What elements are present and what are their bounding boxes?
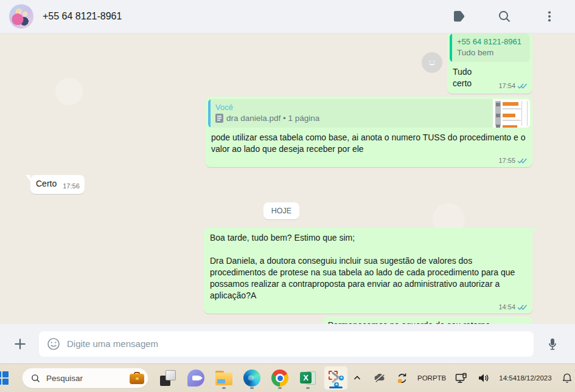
message-row: Você dra daniela.pdf • 1 página bbox=[30, 97, 532, 167]
quoted-document[interactable]: Você dra daniela.pdf • 1 página bbox=[208, 99, 530, 128]
message-text: Boa tarde, tudo bem? Estimo que sim; Dra… bbox=[210, 233, 517, 300]
message-bubble[interactable]: +55 64 8121-8961 Tudo bem Tudo certo 17:… bbox=[447, 33, 532, 94]
message-time: 14:54 bbox=[498, 303, 515, 311]
search-icon[interactable] bbox=[492, 4, 517, 29]
message-bubble[interactable]: Você dra daniela.pdf • 1 página bbox=[206, 97, 532, 167]
read-receipt-icon bbox=[517, 304, 528, 311]
quote-sender: +55 64 8121-8961 bbox=[457, 37, 524, 46]
task-view-button[interactable] bbox=[156, 366, 180, 390]
react-emoji-button[interactable] bbox=[422, 52, 442, 73]
edge-button[interactable] bbox=[240, 366, 264, 390]
emoji-icon[interactable] bbox=[46, 337, 61, 351]
contact-avatar[interactable] bbox=[9, 4, 33, 29]
label-icon[interactable] bbox=[447, 4, 472, 29]
message-input-pill[interactable] bbox=[39, 331, 534, 357]
system-tray: POR PTB 14:54 18/12/2023 bbox=[348, 366, 575, 390]
date-divider-row: HOJE bbox=[30, 202, 532, 219]
message-bubble[interactable]: Permanecemos no aguardo de seu retorno. … bbox=[322, 317, 532, 324]
message-input[interactable] bbox=[67, 339, 526, 349]
search-icon bbox=[30, 373, 41, 383]
edge-icon bbox=[243, 370, 260, 387]
speaker-icon[interactable] bbox=[475, 366, 493, 390]
attach-plus-icon[interactable] bbox=[9, 332, 32, 356]
message-text: Tudo certo bbox=[453, 66, 492, 89]
notification-bell-icon[interactable] bbox=[558, 366, 575, 390]
start-button[interactable] bbox=[0, 368, 12, 388]
message-row: Boa tarde, tudo bem? Estimo que sim; Dra… bbox=[30, 228, 532, 314]
message-bubble[interactable]: Boa tarde, tudo bem? Estimo que sim; Dra… bbox=[204, 228, 532, 314]
taskbar-apps: X ++ bbox=[156, 366, 348, 390]
search-placeholder: Pesquisar bbox=[46, 374, 124, 383]
search-highlight-briefcase-icon bbox=[129, 371, 145, 385]
quoted-message[interactable]: +55 64 8121-8961 Tudo bem bbox=[450, 33, 530, 62]
tray-date: 18/12/2023 bbox=[517, 374, 552, 383]
whatsapp-window: +55 64 8121-8961 bbox=[0, 0, 575, 392]
language-line1: POR bbox=[417, 374, 433, 382]
windows-taskbar: Pesquisar bbox=[0, 363, 575, 392]
windows-logo-icon bbox=[0, 371, 9, 385]
excel-button[interactable]: X bbox=[296, 366, 320, 390]
pdf-thumbnail[interactable] bbox=[493, 99, 530, 128]
chrome-icon bbox=[271, 370, 288, 387]
chat-app-button[interactable] bbox=[184, 366, 208, 390]
chat-header: +55 64 8121-8961 bbox=[0, 0, 575, 33]
message-row: +55 64 8121-8961 Tudo bem Tudo certo 17:… bbox=[30, 33, 532, 94]
date-divider: HOJE bbox=[263, 202, 299, 219]
tray-time: 14:54 bbox=[499, 374, 517, 383]
sync-update-icon[interactable] bbox=[393, 366, 411, 390]
microphone-icon[interactable] bbox=[541, 332, 564, 356]
chrome-button[interactable] bbox=[268, 366, 292, 390]
message-time: 17:54 bbox=[498, 82, 515, 89]
eject-hardware-icon[interactable] bbox=[452, 366, 470, 390]
quote-text: Tudo bem bbox=[457, 48, 524, 57]
clock-datetime[interactable]: 14:54 18/12/2023 bbox=[497, 366, 553, 390]
tray-chevron-up-icon[interactable] bbox=[348, 366, 366, 390]
snipping-tool-icon: ++ bbox=[328, 370, 344, 386]
language-line2: PTB bbox=[433, 374, 446, 382]
message-composer bbox=[0, 324, 575, 363]
message-row: Certo 17:56 bbox=[30, 175, 532, 194]
message-text: Certo bbox=[36, 178, 57, 190]
message-time: 17:56 bbox=[63, 182, 80, 190]
chat-message-list: +55 64 8121-8961 Tudo bem Tudo certo 17:… bbox=[0, 33, 575, 324]
document-icon bbox=[215, 114, 223, 123]
task-view-icon bbox=[160, 370, 176, 386]
onedrive-paused-icon[interactable] bbox=[371, 366, 389, 390]
file-explorer-button[interactable] bbox=[212, 366, 236, 390]
quote-sender: Você bbox=[215, 103, 487, 112]
kebab-menu-icon[interactable] bbox=[537, 4, 562, 29]
message-text: pode utilizar essa tabela como base, ai … bbox=[211, 132, 528, 154]
message-time: 17:55 bbox=[498, 157, 515, 164]
excel-icon: X bbox=[300, 370, 316, 386]
message-bubble[interactable]: Certo 17:56 bbox=[30, 175, 85, 194]
read-receipt-icon bbox=[517, 83, 528, 89]
folder-icon bbox=[215, 373, 232, 386]
message-text: Permanecemos no aguardo de seu retorno. bbox=[328, 320, 493, 324]
video-chat-icon bbox=[187, 370, 204, 387]
header-actions bbox=[447, 4, 562, 29]
message-row: Permanecemos no aguardo de seu retorno. … bbox=[30, 317, 532, 324]
language-indicator[interactable]: POR PTB bbox=[416, 366, 448, 390]
snipping-tool-button[interactable]: ++ bbox=[324, 366, 348, 390]
contact-name[interactable]: +55 64 8121-8961 bbox=[43, 11, 122, 22]
taskbar-search[interactable]: Pesquisar bbox=[22, 368, 148, 388]
document-name: dra daniela.pdf • 1 página bbox=[226, 114, 319, 123]
read-receipt-icon bbox=[517, 157, 528, 164]
